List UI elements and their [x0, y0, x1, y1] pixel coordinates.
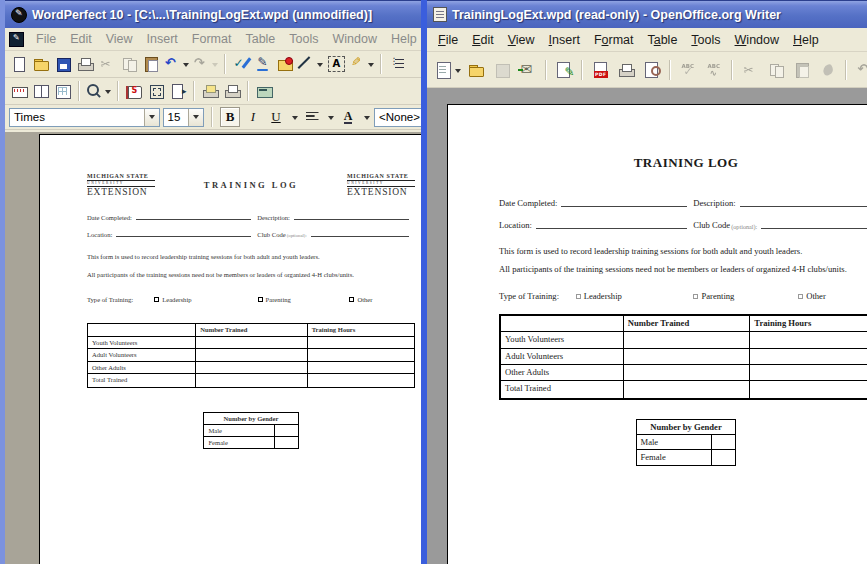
- print-button[interactable]: [613, 57, 639, 83]
- email-document-button[interactable]: [515, 57, 541, 83]
- format-paintbrush-icon: [820, 62, 837, 78]
- table-cell-empty: [308, 337, 414, 350]
- numbered-list-button[interactable]: [386, 53, 408, 75]
- full-page-view-button[interactable]: [145, 80, 167, 102]
- menu-help[interactable]: Help: [786, 31, 826, 49]
- menu-help[interactable]: Help: [384, 30, 424, 48]
- menu-format[interactable]: Format: [587, 31, 641, 49]
- new-document-button[interactable]: [8, 53, 30, 75]
- two-page-view-button[interactable]: [30, 80, 52, 102]
- menu-file[interactable]: File: [431, 31, 465, 49]
- copy-button[interactable]: [763, 57, 789, 83]
- justification-dropdown-icon[interactable]: [328, 116, 334, 123]
- wp-property-bar: Times 15 B I U A <None>: [5, 105, 428, 130]
- new-document-icon: [11, 56, 28, 72]
- wp-standard-toolbar: [5, 51, 428, 78]
- print-button[interactable]: [74, 53, 96, 75]
- fax-button[interactable]: [253, 80, 275, 102]
- wp-document-icon[interactable]: [9, 32, 24, 47]
- highlighter-button[interactable]: [347, 53, 376, 75]
- menu-table[interactable]: Table: [238, 30, 282, 48]
- redo-dropdown-icon[interactable]: [212, 63, 218, 70]
- highlighter-dropdown-icon[interactable]: [368, 63, 374, 70]
- justification-button[interactable]: [302, 107, 322, 127]
- save-icon: [55, 56, 72, 72]
- spell-reference-book-button[interactable]: [123, 80, 145, 102]
- draw-line-dropdown-icon[interactable]: [317, 63, 323, 70]
- draw-line-icon: [297, 56, 314, 72]
- checkbox-leadership: [154, 297, 159, 302]
- oo-title-bar[interactable]: TrainingLogExt.wpd (read-only) - OpenOff…: [427, 0, 867, 28]
- export-pdf-button[interactable]: [587, 57, 613, 83]
- menu-view[interactable]: View: [99, 30, 140, 48]
- draw-line-button[interactable]: [296, 53, 325, 75]
- paste-button[interactable]: [140, 53, 162, 75]
- zoom-button[interactable]: [84, 80, 113, 102]
- font-face-dropdown-icon[interactable]: [144, 109, 159, 126]
- redo-button[interactable]: [191, 53, 220, 75]
- autospellcheck-button[interactable]: [701, 57, 727, 83]
- wp-document-page[interactable]: MICHIGAN STATE UNIVERSITY EXTENSION TRAI…: [39, 134, 428, 564]
- browse-documents-button[interactable]: [274, 53, 296, 75]
- font-size-dropdown-icon[interactable]: [188, 109, 203, 126]
- zoom-dropdown-icon[interactable]: [105, 90, 111, 97]
- style-combo[interactable]: <None>: [374, 108, 424, 127]
- wp-form: MICHIGAN STATE UNIVERSITY EXTENSION TRAI…: [40, 135, 428, 449]
- undo-button[interactable]: [851, 57, 867, 83]
- quickcorrect-pen-button[interactable]: [252, 53, 274, 75]
- open-button[interactable]: [30, 53, 52, 75]
- save-button[interactable]: [489, 57, 515, 83]
- menu-tools[interactable]: Tools: [282, 30, 325, 48]
- edit-file-button[interactable]: [551, 57, 577, 83]
- undo-button[interactable]: [162, 53, 191, 75]
- menu-insert[interactable]: Insert: [140, 30, 185, 48]
- menu-edit[interactable]: Edit: [63, 30, 99, 48]
- copy-button[interactable]: [118, 53, 140, 75]
- menu-table[interactable]: Table: [640, 31, 684, 49]
- page-preview-button[interactable]: [639, 57, 665, 83]
- font-attributes-button[interactable]: A: [338, 107, 358, 127]
- undo-dropdown-icon[interactable]: [183, 63, 189, 70]
- spellcheck-button[interactable]: [675, 57, 701, 83]
- save-button[interactable]: [52, 53, 74, 75]
- menu-window[interactable]: Window: [728, 31, 786, 49]
- page-setup-button[interactable]: [167, 80, 189, 102]
- menu-insert[interactable]: Insert: [542, 31, 587, 49]
- font-attributes-dropdown-icon[interactable]: [364, 116, 370, 123]
- checkbox-leadership: [576, 294, 581, 299]
- paste-button[interactable]: [789, 57, 815, 83]
- table-cell-empty: [308, 374, 414, 387]
- multi-page-view-button[interactable]: [52, 80, 74, 102]
- text-box-button[interactable]: [325, 53, 347, 75]
- underline-dropdown-icon[interactable]: [292, 116, 298, 123]
- proofread-button[interactable]: [230, 53, 252, 75]
- new-document-button[interactable]: [434, 57, 463, 83]
- font-size-combo[interactable]: 15: [163, 108, 204, 127]
- print-document-button[interactable]: [221, 80, 243, 102]
- table-cell-empty: [196, 374, 307, 387]
- menu-window[interactable]: Window: [326, 30, 384, 48]
- underline-button[interactable]: U: [266, 107, 286, 127]
- format-paintbrush-button[interactable]: [815, 57, 841, 83]
- wp-title-bar[interactable]: WordPerfect 10 - [C:\...\TrainingLogExt.…: [5, 0, 428, 28]
- new-document-dropdown-icon[interactable]: [455, 69, 461, 76]
- cut-button[interactable]: [96, 53, 118, 75]
- bold-button[interactable]: B: [220, 107, 240, 127]
- format-ruler-button[interactable]: [8, 80, 30, 102]
- description-line: [294, 215, 409, 220]
- menu-file[interactable]: File: [29, 30, 63, 48]
- print-envelope-button[interactable]: [199, 80, 221, 102]
- menu-tools[interactable]: Tools: [684, 31, 727, 49]
- table-cell-empty: [712, 435, 736, 450]
- document-title: TRAINING LOG: [155, 180, 347, 190]
- font-face-combo[interactable]: Times: [9, 108, 160, 127]
- menu-view[interactable]: View: [501, 31, 542, 49]
- menu-edit[interactable]: Edit: [465, 31, 501, 49]
- oo-form: TRAINING LOG Date Completed: Description…: [448, 105, 867, 466]
- cut-button[interactable]: [737, 57, 763, 83]
- open-button[interactable]: [463, 57, 489, 83]
- quickcorrect-pen-icon: [255, 56, 272, 72]
- oo-document-page[interactable]: TRAINING LOG Date Completed: Description…: [447, 104, 867, 564]
- italic-button[interactable]: I: [243, 107, 263, 127]
- menu-format[interactable]: Format: [185, 30, 239, 48]
